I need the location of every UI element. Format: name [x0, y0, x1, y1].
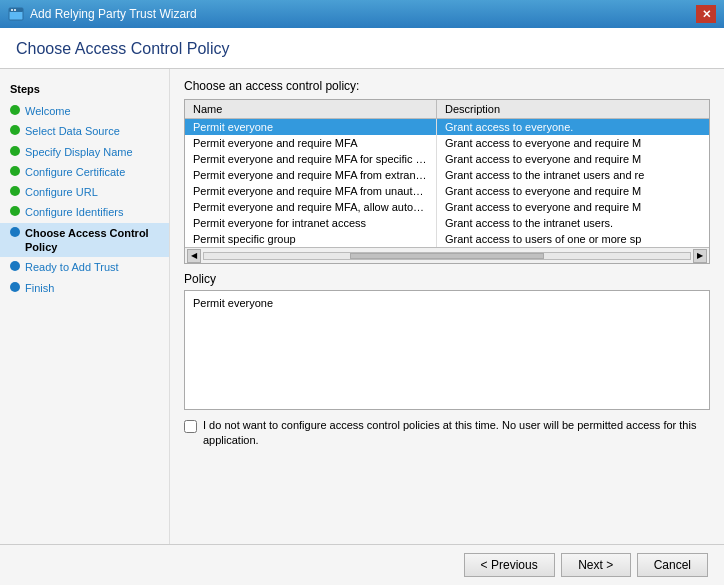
sidebar-dot-specify-display-name — [10, 146, 20, 156]
table-row[interactable]: Permit everyone and require MFA, allow a… — [185, 199, 709, 215]
sidebar-label-ready-to-add-trust: Ready to Add Trust — [25, 260, 119, 274]
policy-desc-cell: Grant access to everyone. — [437, 119, 709, 136]
dialog-header: Choose Access Control Policy — [0, 28, 724, 69]
sidebar-dot-welcome — [10, 105, 20, 115]
table-row[interactable]: Permit everyone and require MFAGrant acc… — [185, 135, 709, 151]
sidebar-item-configure-identifiers[interactable]: Configure Identifiers — [0, 202, 169, 222]
sidebar-dot-finish — [10, 282, 20, 292]
sidebar-dot-configure-certificate — [10, 166, 20, 176]
policy-desc-cell: Grant access to everyone and require M — [437, 199, 709, 215]
scroll-left-arrow[interactable]: ◀ — [187, 249, 201, 263]
sidebar-item-welcome[interactable]: Welcome — [0, 101, 169, 121]
sidebar-item-select-data-source[interactable]: Select Data Source — [0, 121, 169, 141]
dialog-footer: < Previous Next > Cancel — [0, 544, 724, 585]
policy-table: Name Description Permit everyoneGrant ac… — [185, 100, 709, 247]
sidebar-dot-configure-url — [10, 186, 20, 196]
dialog: Choose Access Control Policy Steps Welco… — [0, 28, 724, 585]
svg-point-2 — [11, 9, 13, 11]
no-policy-checkbox[interactable] — [184, 420, 197, 433]
col-description: Description — [437, 100, 709, 119]
sidebar-item-choose-access-control[interactable]: Choose Access Control Policy — [0, 223, 169, 258]
policy-name-cell: Permit everyone for intranet access — [185, 215, 437, 231]
title-bar: Add Relying Party Trust Wizard ✕ — [0, 0, 724, 28]
checkbox-section: I do not want to configure access contro… — [184, 418, 710, 449]
sidebar-item-finish[interactable]: Finish — [0, 278, 169, 298]
title-text: Add Relying Party Trust Wizard — [30, 7, 197, 21]
table-row[interactable]: Permit everyoneGrant access to everyone. — [185, 119, 709, 136]
policy-name-cell: Permit everyone and require MFA from una… — [185, 183, 437, 199]
sidebar-label-configure-url: Configure URL — [25, 185, 98, 199]
policy-name-cell: Permit everyone and require MFA for spec… — [185, 151, 437, 167]
policy-name-cell: Permit specific group — [185, 231, 437, 247]
col-name: Name — [185, 100, 437, 119]
sidebar-label-welcome: Welcome — [25, 104, 71, 118]
policy-section: Policy Permit everyone — [184, 272, 710, 410]
sidebar-label-specify-display-name: Specify Display Name — [25, 145, 133, 159]
policy-desc-cell: Grant access to everyone and require M — [437, 135, 709, 151]
sidebar-heading: Steps — [0, 79, 169, 101]
scroll-thumb[interactable] — [350, 253, 544, 259]
table-row[interactable]: Permit everyone and require MFA from ext… — [185, 167, 709, 183]
policy-table-container: Name Description Permit everyoneGrant ac… — [184, 99, 710, 264]
sidebar-label-choose-access-control: Choose Access Control Policy — [25, 226, 159, 255]
sidebar-dot-choose-access-control — [10, 227, 20, 237]
main-content: Choose an access control policy: Name De… — [170, 69, 724, 544]
sidebar-item-configure-certificate[interactable]: Configure Certificate — [0, 162, 169, 182]
policy-table-body[interactable]: Permit everyoneGrant access to everyone.… — [185, 119, 709, 248]
sidebar-item-specify-display-name[interactable]: Specify Display Name — [0, 142, 169, 162]
dialog-title: Choose Access Control Policy — [16, 40, 708, 58]
sidebar-dot-ready-to-add-trust — [10, 261, 20, 271]
policy-name-cell: Permit everyone and require MFA — [185, 135, 437, 151]
cancel-button[interactable]: Cancel — [637, 553, 708, 577]
sidebar: Steps WelcomeSelect Data SourceSpecify D… — [0, 69, 170, 544]
sidebar-dot-configure-identifiers — [10, 206, 20, 216]
dialog-body: Steps WelcomeSelect Data SourceSpecify D… — [0, 69, 724, 544]
next-button[interactable]: Next > — [561, 553, 631, 577]
sidebar-label-configure-identifiers: Configure Identifiers — [25, 205, 123, 219]
sidebar-dot-select-data-source — [10, 125, 20, 135]
scroll-track[interactable] — [203, 252, 691, 260]
policy-box: Permit everyone — [184, 290, 710, 410]
table-row[interactable]: Permit specific groupGrant access to use… — [185, 231, 709, 247]
close-button[interactable]: ✕ — [696, 5, 716, 23]
policy-desc-cell: Grant access to users of one or more sp — [437, 231, 709, 247]
policy-desc-cell: Grant access to the intranet users and r… — [437, 167, 709, 183]
policy-desc-cell: Grant access to the intranet users. — [437, 215, 709, 231]
table-row[interactable]: Permit everyone for intranet accessGrant… — [185, 215, 709, 231]
policy-name-cell: Permit everyone and require MFA, allow a… — [185, 199, 437, 215]
table-row[interactable]: Permit everyone and require MFA for spec… — [185, 151, 709, 167]
section-label: Choose an access control policy: — [184, 79, 710, 93]
sidebar-item-ready-to-add-trust[interactable]: Ready to Add Trust — [0, 257, 169, 277]
policy-name-cell: Permit everyone and require MFA from ext… — [185, 167, 437, 183]
sidebar-label-configure-certificate: Configure Certificate — [25, 165, 125, 179]
policy-desc-cell: Grant access to everyone and require M — [437, 183, 709, 199]
horizontal-scrollbar[interactable]: ◀ ▶ — [185, 247, 709, 263]
wizard-icon — [8, 6, 24, 22]
policy-name-cell: Permit everyone — [185, 119, 437, 136]
previous-button[interactable]: < Previous — [464, 553, 555, 577]
policy-desc-cell: Grant access to everyone and require M — [437, 151, 709, 167]
table-row[interactable]: Permit everyone and require MFA from una… — [185, 183, 709, 199]
sidebar-label-select-data-source: Select Data Source — [25, 124, 120, 138]
policy-label: Policy — [184, 272, 710, 286]
svg-point-3 — [14, 9, 16, 11]
scroll-right-arrow[interactable]: ▶ — [693, 249, 707, 263]
table-header-row: Name Description — [185, 100, 709, 119]
sidebar-item-configure-url[interactable]: Configure URL — [0, 182, 169, 202]
sidebar-label-finish: Finish — [25, 281, 54, 295]
no-policy-label: I do not want to configure access contro… — [203, 418, 710, 449]
